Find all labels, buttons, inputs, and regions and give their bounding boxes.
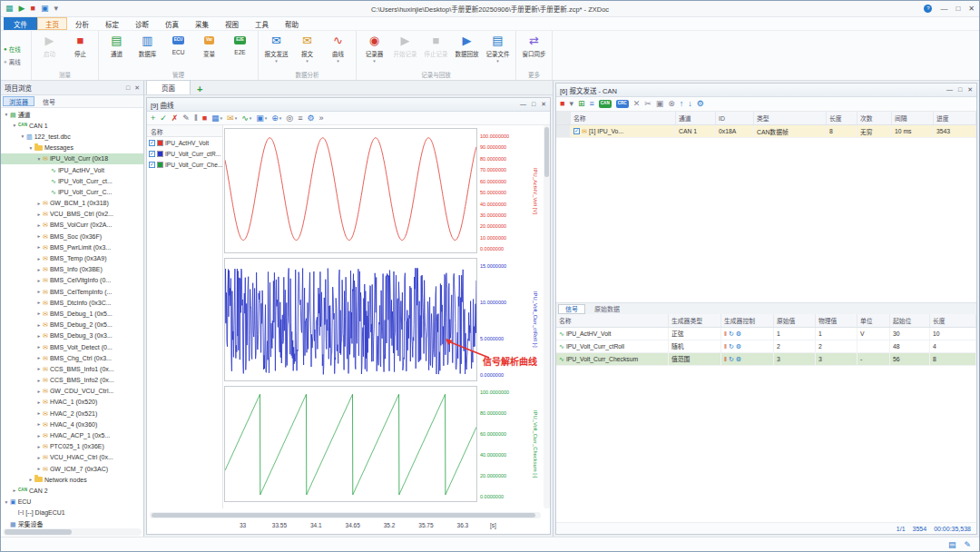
legend-item-ipu-volt-curr-che-[interactable]: ✓IPU_Volt_Curr_Che...	[147, 159, 222, 170]
theme-icon[interactable]: ?	[924, 5, 932, 13]
signal-tab[interactable]: 信号	[558, 304, 585, 314]
tree-item-bms-pwrlimit-0x3[interactable]: ▸✉BMS_PwrLimit (0x3...	[1, 242, 143, 252]
curve-tool-delete[interactable]: ✗	[172, 114, 179, 123]
ribbon-button-e2e[interactable]: E2EE2E	[225, 32, 255, 71]
collapse-icon[interactable]: ▾	[27, 145, 34, 151]
expand-icon[interactable]: ▸	[35, 466, 43, 471]
tree-item-hvac-1-0x520[interactable]: ▸✉HVAC_1 (0x520)	[1, 397, 143, 408]
tree-item-node[interactable]: ▦采集设备	[1, 518, 143, 527]
tree-item-bms-celtempinfo[interactable]: ▸✉BMS_CelTempInfo (...	[1, 286, 143, 297]
minimize-window-icon[interactable]: —	[520, 101, 526, 108]
tree-item-messages[interactable]: ▾Messages	[1, 143, 143, 153]
tx-tool-move-down[interactable]: ↓	[688, 100, 692, 108]
row-handle[interactable]	[556, 125, 571, 137]
expand-icon[interactable]: ▸	[35, 410, 43, 416]
float-panel-icon[interactable]: □	[126, 84, 130, 91]
expand-icon[interactable]: ▸	[35, 289, 43, 294]
expand-icon[interactable]: ▸	[35, 300, 43, 305]
checkbox-icon[interactable]: ✓	[573, 128, 580, 134]
plot-area-ipu_acthv_volt[interactable]	[224, 128, 477, 253]
curve-tool-check[interactable]: ✓	[160, 114, 167, 123]
expand-icon[interactable]: ▸	[35, 421, 43, 427]
tree-item-hvac-acp-1-0x5[interactable]: ▸✉HVAC_ACP_1 (0x5...	[1, 429, 143, 440]
expand-icon[interactable]: ▸	[35, 222, 43, 228]
tab-page[interactable]: 页面	[146, 80, 191, 94]
ribbon-button-variable[interactable]: Var变量	[194, 32, 224, 71]
tree-item-ipu-volt-curr-c[interactable]: ∿IPU_Volt_Curr_C...	[1, 186, 143, 197]
signal-tab[interactable]: 原始数据	[587, 304, 627, 314]
expand-icon[interactable]: ▸	[35, 278, 43, 283]
curve-tool-pause[interactable]: ‖	[194, 114, 198, 123]
curve-tool-signal[interactable]: ∿▾	[241, 114, 251, 123]
tx-tool-copy[interactable]: ▣	[656, 100, 664, 108]
tree-item-bms-debug-2-0x5[interactable]: ▸✉BMS_Debug_2 (0x5...	[1, 320, 143, 330]
ribbon-tab-file[interactable]: 文件	[4, 17, 37, 30]
expand-icon[interactable]: ▸	[35, 333, 43, 339]
curve-tool-frame[interactable]: ✉▾	[227, 114, 237, 123]
tx-tool-clear[interactable]: ⊗	[668, 100, 675, 108]
tree-item-ptc025-1-0x36e[interactable]: ▸✉PTC025_1 (0x36E)	[1, 441, 143, 452]
curve-tool-edit[interactable]: ✎	[182, 114, 190, 123]
expand-icon[interactable]: ▸	[35, 233, 43, 239]
scrollbar-thumb[interactable]	[152, 513, 535, 518]
expand-icon[interactable]: ▸	[35, 366, 43, 371]
tree-item-bms-soc-0x36f[interactable]: ▸✉BMS_Soc (0x36F)	[1, 231, 143, 242]
checkbox-icon[interactable]: ✓	[149, 162, 155, 168]
expand-icon[interactable]: ▸	[35, 201, 43, 206]
scrollbar-thumb[interactable]	[5, 529, 72, 535]
wrench-button[interactable]: ⚙	[736, 330, 741, 337]
tx-frame-row[interactable]: ✓✉[1] IPU_Vo...CAN 10x18ACAN数据帧8无穷10 ms3…	[556, 125, 976, 138]
tx-tool-cut[interactable]: ✂	[644, 100, 652, 108]
minimize-icon[interactable]: —	[940, 5, 947, 13]
curve-tool-more[interactable]: »	[319, 114, 324, 123]
expand-icon[interactable]: ▸	[35, 355, 43, 360]
ribbon-button-record-start[interactable]: ▶开始记录	[390, 32, 420, 71]
tx-tool-quick-more[interactable]: ▾	[569, 100, 573, 108]
tree-horizontal-scrollbar[interactable]	[3, 528, 142, 536]
wrench-button[interactable]: ⚙	[736, 356, 741, 362]
collapse-icon[interactable]: ▾	[3, 499, 10, 505]
ribbon-button-ecu[interactable]: ECUECU	[163, 32, 193, 71]
ribbon-tab-8[interactable]: 工具	[247, 17, 277, 30]
ribbon-button-record-stop[interactable]: ■停止记录	[421, 32, 451, 71]
project-tab[interactable]: 浏览器	[3, 96, 34, 106]
tree-item-ipu-volt-curr-0x18[interactable]: ▾✉IPU_Volt_Curr (0x18	[1, 153, 143, 164]
tree-item-bms-debug-1-0x5[interactable]: ▸✉BMS_Debug_1 (0x5...	[1, 308, 143, 319]
ribbon-tab-7[interactable]: 视图	[217, 17, 247, 30]
refresh-button[interactable]: ↻	[729, 330, 734, 337]
tree-item-bms-volcurr-0x2a[interactable]: ▸✉BMS_VolCurr (0x2A...	[1, 220, 143, 231]
ribbon-tab-1[interactable]: 主页	[37, 17, 67, 30]
tree-item-bms-dtcinfo-0x3c[interactable]: ▸✉BMS_DtcInfo (0x3C...	[1, 297, 143, 308]
curve-tool-stop[interactable]: ■	[202, 114, 207, 123]
project-tab[interactable]: 信号	[36, 96, 62, 106]
expand-icon[interactable]: ▸	[35, 444, 43, 449]
curve-tool-add[interactable]: +	[151, 114, 155, 123]
tree-item-ipu-acthv-volt[interactable]: ∿IPU_ActHV_Volt	[1, 164, 143, 175]
ribbon-tab-6[interactable]: 采集	[187, 17, 217, 30]
tree-item-can-1[interactable]: ▾CANCAN 1	[1, 120, 143, 131]
curve-horizontal-scrollbar[interactable]	[150, 512, 541, 518]
ribbon-tab-5[interactable]: 仿真	[157, 17, 187, 30]
tx-tool-stop[interactable]: ■	[560, 100, 564, 108]
collapse-icon[interactable]: ▾	[3, 112, 10, 117]
tree-item-vcu-hvac-ctrl-0x[interactable]: ▸✉VCU_HVAC_Ctrl (0x...	[1, 452, 143, 463]
expand-icon[interactable]: ▸	[35, 378, 43, 383]
ribbon-button-window-sync[interactable]: ⇄窗口同步	[519, 32, 549, 71]
collapse-icon[interactable]: ▾	[35, 156, 43, 162]
tree-item-node[interactable]: ▾▤通道	[1, 109, 143, 120]
expand-icon[interactable]: ▸	[11, 488, 18, 493]
expand-icon[interactable]: ▸	[35, 455, 43, 460]
legend-item-ipu-volt-curr-ctr-[interactable]: ✓IPU_Volt_Curr_ctR...	[147, 148, 222, 159]
ribbon-button-stop[interactable]: ■停止	[65, 32, 95, 71]
expand-icon[interactable]: ▸	[35, 389, 43, 394]
signal-row-ipu_volt_curr_ctroll[interactable]: ∿IPU_Volt_Curr_ctRoll随机‖↻⚙22484	[556, 340, 976, 353]
curve-tool-crosshair[interactable]: ◎	[286, 114, 293, 123]
ribbon-button-replay[interactable]: ▶数据回放	[452, 32, 482, 71]
tree-item-122-test-dbc[interactable]: ▾▥122_test.dbc	[1, 131, 143, 142]
expand-icon[interactable]: ▸	[35, 244, 43, 250]
signal-row-ipu_acthv_volt[interactable]: ∿IPU_ActHV_Volt正弦‖↻⚙11V3010	[556, 328, 976, 340]
refresh-button[interactable]: ↻	[729, 356, 734, 362]
tree-item-network-nodes[interactable]: ▸Network nodes	[1, 474, 143, 485]
tx-tool-add-frame[interactable]: ⊞	[578, 100, 585, 108]
checkbox-icon[interactable]: ✓	[149, 140, 155, 146]
